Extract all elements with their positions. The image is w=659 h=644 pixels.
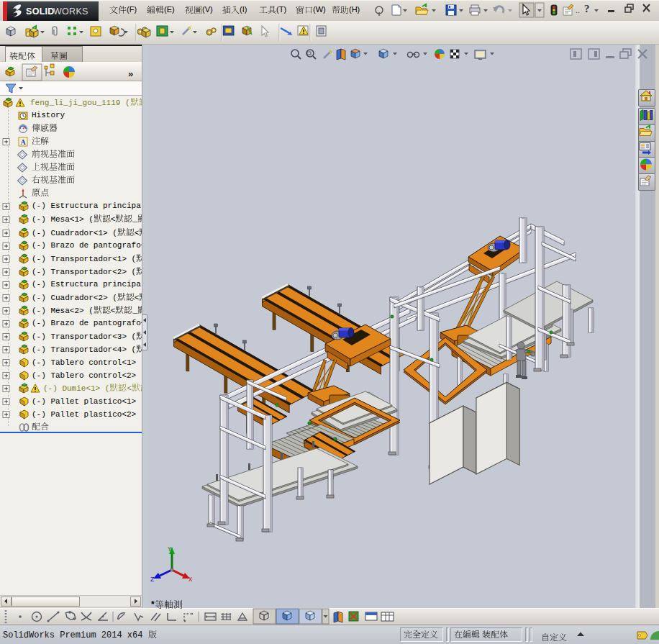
svg-text:A: A <box>21 138 27 146</box>
